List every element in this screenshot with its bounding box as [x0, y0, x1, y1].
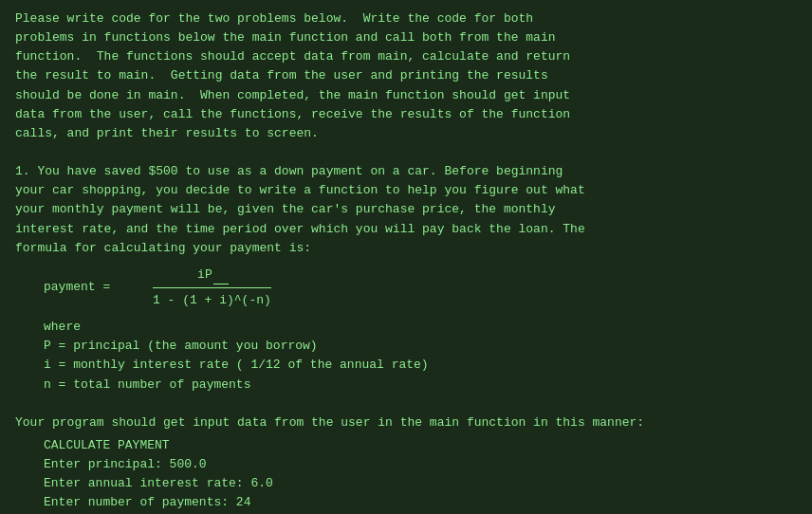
variable-i: i = monthly interest rate ( 1/12 of the … — [44, 356, 797, 375]
example-line-1: Enter principal: 500.0 — [44, 455, 797, 474]
where-section: where P = principal (the amount you borr… — [44, 318, 797, 395]
variable-p: P = principal (the amount you borrow) — [44, 337, 797, 356]
formula-row: payment = iP 1 - (1 + i)^(-n) — [44, 266, 797, 310]
cursor — [213, 284, 229, 285]
variable-n: n = total number of payments — [44, 376, 797, 395]
example-line-0: CALCULATE PAYMENT — [44, 436, 797, 455]
fraction-wrapper: iP 1 - (1 + i)^(-n) — [153, 266, 271, 310]
numerator: iP — [195, 266, 229, 286]
program-prompt-text: Your program should get input data from … — [15, 413, 797, 432]
numerator-text: iP — [197, 267, 212, 282]
payment-label: payment = — [44, 278, 134, 297]
formula-section: payment = iP 1 - (1 + i)^(-n) — [44, 266, 797, 310]
problem1-section: 1. You have saved $500 to use as a down … — [15, 162, 797, 395]
intro-paragraph: Please write code for the two problems b… — [15, 9, 797, 143]
program-prompt-section: Your program should get input data from … — [15, 413, 797, 514]
equals-sign — [134, 278, 153, 297]
denominator: 1 - (1 + i)^(-n) — [153, 289, 271, 310]
intro-text: Please write code for the two problems b… — [15, 9, 797, 143]
where-label: where — [44, 318, 797, 337]
example-section: CALCULATE PAYMENT Enter principal: 500.0… — [44, 436, 797, 514]
problem1-description: 1. You have saved $500 to use as a down … — [15, 162, 797, 258]
example-line-3: Enter number of payments: 24 — [44, 493, 797, 512]
example-line-2: Enter annual interest rate: 6.0 — [44, 474, 797, 493]
fraction-line — [153, 287, 271, 288]
denominator-text: 1 - (1 + i)^(-n) — [153, 293, 271, 307]
